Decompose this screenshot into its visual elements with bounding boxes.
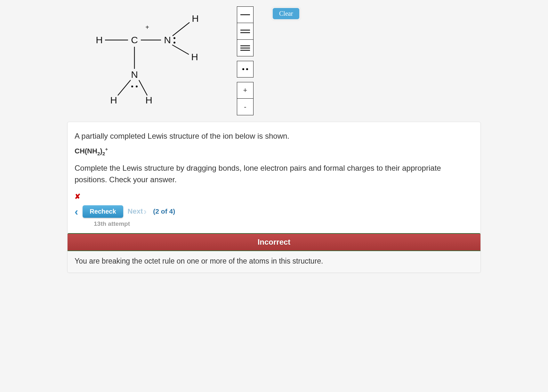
question-card: A partially completed Lewis structure of… <box>67 122 481 273</box>
drawing-area[interactable]: .at { font: 30px Arial; text-anchor: mid… <box>67 3 481 122</box>
ion-formula: CH(NH2)2+ <box>75 146 473 157</box>
svg-point-15 <box>173 37 175 39</box>
svg-line-12 <box>172 45 189 54</box>
palette-minus-charge[interactable]: - <box>237 99 254 115</box>
progress-indicator: (2 of 4) <box>153 208 175 215</box>
svg-line-14 <box>139 80 147 95</box>
svg-point-27 <box>246 68 248 70</box>
svg-text:C: C <box>131 35 138 45</box>
question-intro: A partially completed Lewis structure of… <box>75 132 473 141</box>
svg-line-13 <box>118 80 131 95</box>
x-icon: ✘ <box>75 192 473 201</box>
nav-row: ‹ Recheck Next › (2 of 4) <box>75 205 473 218</box>
svg-point-18 <box>136 86 138 87</box>
svg-text:H: H <box>192 13 199 24</box>
palette-lone-pair[interactable] <box>237 61 254 78</box>
recheck-button[interactable]: Recheck <box>83 205 123 218</box>
svg-text:N: N <box>131 69 138 80</box>
question-instructions: Complete the Lewis structure by dragging… <box>75 162 473 185</box>
svg-text:+: + <box>145 24 149 31</box>
chevron-right-icon: › <box>143 206 147 217</box>
svg-text:N: N <box>164 35 171 45</box>
attempt-count: 13th attempt <box>94 220 473 227</box>
tool-palette: + - <box>237 6 254 115</box>
svg-point-16 <box>173 42 175 44</box>
prev-button[interactable]: ‹ <box>75 205 78 218</box>
lewis-structure: .at { font: 30px Arial; text-anchor: mid… <box>86 6 221 109</box>
clear-button[interactable]: Clear <box>273 8 299 19</box>
feedback-text: You are breaking the octet rule on one o… <box>68 251 480 273</box>
svg-text:H: H <box>191 52 198 62</box>
palette-double-bond[interactable] <box>237 23 254 40</box>
status-bar: Incorrect <box>68 233 480 251</box>
svg-text:H: H <box>145 95 152 105</box>
palette-plus-charge[interactable]: + <box>237 82 254 99</box>
svg-line-11 <box>173 22 189 36</box>
next-button[interactable]: Next › <box>128 206 147 217</box>
svg-point-26 <box>242 68 244 70</box>
molecule-canvas[interactable]: .at { font: 30px Arial; text-anchor: mid… <box>86 6 221 109</box>
palette-single-bond[interactable] <box>237 6 254 23</box>
palette-triple-bond[interactable] <box>237 40 254 56</box>
svg-point-17 <box>131 86 133 87</box>
next-label-text: Next <box>128 207 143 216</box>
svg-text:H: H <box>110 95 117 105</box>
svg-text:H: H <box>96 35 103 45</box>
